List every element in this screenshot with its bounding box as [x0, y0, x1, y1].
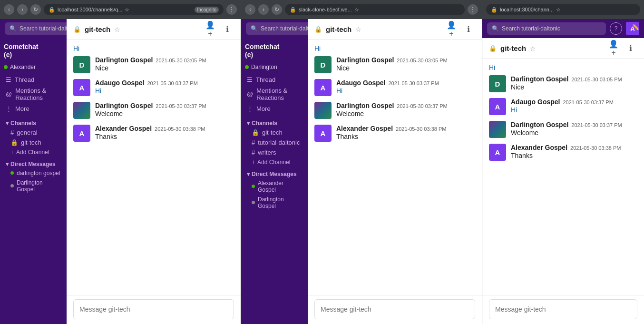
avatar-darlington-img-c3: [489, 121, 506, 138]
sidebar-channel-git-tech-1[interactable]: 🔒 git-tech: [0, 137, 67, 147]
msg-time-b3: 2021-05-30 03:37 PM: [397, 103, 447, 109]
msg-content-b2: Adaugo Gospel 2021-05-30 03:37 PM Hi: [336, 79, 475, 96]
msg-name-c3: Darlington Gospel: [511, 121, 568, 128]
online-indicator-1: [4, 65, 8, 69]
avatar-alexander-b4: A: [314, 125, 332, 142]
msg-content-b4: Alexander Gospel 2021-05-30 03:38 PM Tha…: [336, 125, 475, 142]
msg-body-b1: Nice: [336, 64, 475, 72]
dm-item-darlington-2[interactable]: Darlington Gospel: [241, 195, 308, 211]
sidebar-channel-general-1[interactable]: # general: [0, 128, 67, 137]
msg-group-4: A Alexander Gospel 2021-05-30 03:38 PM T…: [73, 125, 234, 142]
sidebar-header-2[interactable]: Cometchat(e): [241, 38, 308, 62]
git-tech-label-2: git-tech: [262, 129, 283, 136]
search-input-3[interactable]: [502, 25, 601, 32]
channels-section-1[interactable]: ▾ Channels: [0, 116, 67, 128]
browser-chrome-3: 🔒 localhost:3000/chann... ☆: [482, 0, 644, 19]
address-bar-3[interactable]: 🔒 localhost:3000/chann... ☆: [486, 4, 640, 15]
star-icon-1[interactable]: ☆: [114, 26, 120, 33]
sidebar-item-mentions-2[interactable]: @ Mentions & Reactions: [241, 85, 308, 103]
app-1: 🔍 ? A Cometchat(e) ✏️ Alexander ☰ Thread: [0, 19, 241, 324]
msg-time-b2: 2021-05-30 03:37 PM: [388, 80, 439, 86]
sidebar-item-thread-1[interactable]: ☰ Thread: [0, 74, 67, 85]
chat-panel-3: 🔍 ? A 🔒 git-tech ☆ 👤+ ℹ Hi D: [482, 19, 644, 324]
bookmark-icon-2[interactable]: ☆: [354, 7, 359, 13]
dm-name-4: Darlington Gospel: [258, 196, 302, 209]
sidebar-item-thread-2[interactable]: ☰ Thread: [241, 74, 308, 85]
extensions-btn-2[interactable]: ⋮: [468, 4, 478, 15]
star-icon-2[interactable]: ☆: [355, 26, 361, 33]
msg-group-b2: A Adaugo Gospel 2021-05-30 03:37 PM Hi: [314, 79, 475, 96]
msg-time-b4: 2021-05-30 03:38 PM: [396, 126, 446, 132]
msg-content-4: Alexander Gospel 2021-05-30 03:38 PM Tha…: [95, 125, 234, 142]
message-input-2[interactable]: [314, 299, 475, 319]
avatar-darlington-c1: D: [489, 75, 506, 92]
search-bar-3[interactable]: 🔍: [487, 22, 606, 35]
chat-header-1: 🔒 git-tech ☆ 👤+ ℹ: [67, 19, 241, 40]
extensions-btn-1[interactable]: ⋮: [226, 4, 237, 15]
msg-content-b1: Darlington Gospel 2021-05-30 03:05 PM Ni…: [336, 56, 475, 73]
bookmark-icon-1[interactable]: ☆: [125, 7, 129, 13]
help-btn-3[interactable]: ?: [610, 22, 622, 35]
add-member-btn-3[interactable]: 👤+: [607, 42, 620, 55]
msg-time-b1: 2021-05-30 03:05 PM: [397, 58, 447, 63]
add-channel-1[interactable]: + Add Channel: [0, 147, 67, 157]
msg-header-b3: Darlington Gospel 2021-05-30 03:37 PM: [336, 102, 475, 109]
avatar-img-inner-b3: [314, 102, 332, 119]
sidebar-channel-writers-2[interactable]: # writers: [241, 147, 308, 157]
brand-name-1: Cometchat(e): [4, 43, 63, 59]
avatar-darlington-img-b3: [314, 102, 332, 119]
dm-section-1[interactable]: ▾ Direct Messages: [0, 157, 67, 168]
info-btn-1[interactable]: ℹ: [221, 23, 234, 36]
sidebar-header-1[interactable]: Cometchat(e) ✏️: [0, 38, 67, 62]
add-member-btn-2[interactable]: 👤+: [445, 23, 458, 36]
msg-name-c4: Alexander Gospel: [511, 144, 567, 151]
lock-indicator-1: 🔒: [49, 7, 55, 13]
info-btn-3[interactable]: ℹ: [624, 42, 637, 55]
sidebar-item-more-2[interactable]: ⋮ More: [241, 103, 308, 114]
dm-item-darlington-lower-1[interactable]: darlington gospel: [0, 168, 67, 178]
forward-button-1[interactable]: ›: [17, 4, 28, 15]
dm-section-2[interactable]: ▾ Direct Messages: [241, 167, 308, 178]
brand-sub-1: (e): [4, 51, 12, 59]
top-bar-3: 🔍 ? A: [482, 19, 644, 38]
top-bar-1: 🔍 ? A: [0, 19, 67, 38]
bookmark-icon-3[interactable]: ☆: [556, 7, 561, 13]
sidebar-item-more-1[interactable]: ⋮ More: [0, 103, 67, 114]
address-bar-2[interactable]: 🔒 slack-clone-b1ecf.we... ☆: [285, 4, 465, 15]
more-label-2: More: [256, 105, 271, 112]
message-input-1[interactable]: [73, 299, 234, 319]
back-button-1[interactable]: ‹: [4, 4, 14, 15]
sidebar-item-mentions-1[interactable]: @ Mentions & Reactions: [0, 85, 67, 103]
msg-body-c4: Thanks: [511, 152, 637, 159]
mentions-icon-1: @: [6, 90, 12, 98]
sidebar-channel-git-tech-2[interactable]: 🔒 git-tech: [241, 128, 308, 137]
info-btn-2[interactable]: ℹ: [462, 23, 475, 36]
sidebar-channel-tutorial-2[interactable]: # tutorial-daltonic: [241, 137, 308, 147]
channels-section-2[interactable]: ▾ Channels: [241, 116, 308, 128]
thread-label-2: Thread: [256, 76, 275, 83]
browser-window-1: ‹ › ↻ 🔒 localhost:3000/channels/q... ☆ I…: [0, 0, 241, 324]
msg-time-c2: 2021-05-30 03:37 PM: [563, 99, 613, 105]
msg-name-b1: Darlington Gospel: [336, 56, 394, 64]
add-channel-2[interactable]: + Add Channel: [241, 157, 308, 167]
chat-input-area-1: [67, 295, 241, 324]
msg-name-b2: Adaugo Gospel: [336, 79, 385, 87]
address-bar-1[interactable]: 🔒 localhost:3000/channels/q... ☆ Incogni…: [44, 4, 224, 15]
channel-title-3: git-tech: [500, 44, 526, 52]
refresh-button-2[interactable]: ↻: [272, 4, 282, 15]
search-icon-2: 🔍: [251, 25, 258, 32]
msg-time-c4: 2021-05-30 03:38 PM: [570, 145, 621, 151]
address-text-1: localhost:3000/channels/q...: [58, 7, 122, 12]
refresh-button-1[interactable]: ↻: [30, 4, 41, 15]
dm-item-darlington-1[interactable]: Darlington Gospel: [0, 178, 67, 194]
message-input-3[interactable]: [489, 299, 637, 319]
star-icon-3[interactable]: ☆: [530, 45, 536, 52]
dm-item-alexander-2[interactable]: Alexander Gospel: [241, 178, 308, 195]
add-member-btn-1[interactable]: 👤+: [204, 23, 217, 36]
mentions-icon-2: @: [247, 90, 253, 98]
msg-header-b4: Alexander Gospel 2021-05-30 03:38 PM: [336, 125, 475, 132]
back-button-2[interactable]: ‹: [245, 4, 255, 15]
forward-button-2[interactable]: ›: [258, 4, 269, 15]
channel-lock-icon-2: 🔒: [314, 26, 322, 33]
channel-title-1: git-tech: [85, 25, 110, 33]
